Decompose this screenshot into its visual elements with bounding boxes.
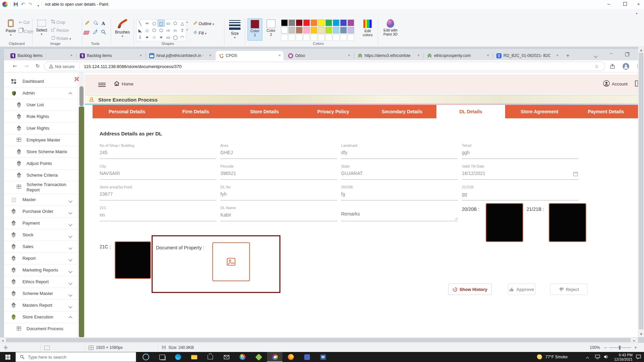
browser-tab-rd-b2c[interactable]: RD_B2C_01-082021- B2C A× bbox=[493, 51, 561, 60]
browser-tab-backlog-1[interactable]: Backlog items× bbox=[7, 51, 75, 60]
account-icon[interactable] bbox=[603, 80, 610, 87]
taskbar-node-icon[interactable] bbox=[251, 352, 266, 362]
size-button[interactable]: Size ▾ bbox=[227, 19, 242, 39]
profile-avatar[interactable] bbox=[623, 63, 629, 70]
field-value[interactable]: GHEJ bbox=[220, 150, 337, 155]
taskbar-cortana-icon[interactable] bbox=[138, 352, 154, 362]
palette-color[interactable] bbox=[347, 27, 354, 34]
field-value[interactable]: ggh bbox=[462, 150, 579, 155]
palette-color[interactable] bbox=[333, 19, 339, 26]
shape-up-arrow[interactable]: ⇧ bbox=[179, 27, 186, 34]
shape-pentagon[interactable]: ⬠ bbox=[151, 27, 158, 34]
sidebar-item-user-list[interactable]: User List bbox=[4, 99, 78, 111]
minimize-button[interactable]: − bbox=[601, 0, 616, 9]
eyedropper-tool-icon[interactable] bbox=[92, 29, 99, 36]
show-history-button[interactable]: Show History bbox=[448, 284, 492, 295]
tab-dl-details[interactable]: DL Details bbox=[436, 105, 505, 118]
shape-down-arrow[interactable]: ⇩ bbox=[137, 34, 144, 41]
browser-restore-icon[interactable] bbox=[625, 53, 629, 56]
taskbar-edge-icon[interactable] bbox=[170, 352, 186, 362]
tab-close-icon[interactable]: × bbox=[209, 53, 211, 57]
resize-button[interactable]: Resize bbox=[51, 27, 69, 33]
sidebar-item-payment[interactable]: Payment bbox=[4, 218, 78, 229]
reject-button[interactable]: Reject bbox=[550, 284, 588, 295]
magnifier-tool-icon[interactable] bbox=[100, 29, 107, 36]
taskbar-taskview-icon[interactable] bbox=[154, 352, 170, 362]
palette-color[interactable] bbox=[303, 19, 310, 26]
home-icon[interactable] bbox=[114, 80, 120, 86]
field-value[interactable]: 245 bbox=[100, 150, 216, 155]
browser-tab-ethicsprosperity[interactable]: ethicsprosperity.com× bbox=[424, 51, 492, 60]
palette-color[interactable] bbox=[311, 27, 317, 34]
share-icon[interactable] bbox=[610, 64, 615, 69]
taskbar-chrome-icon[interactable] bbox=[235, 352, 250, 362]
color2-button[interactable]: Color 2 bbox=[264, 18, 278, 41]
menu-hamburger-icon[interactable] bbox=[98, 82, 106, 88]
back-icon[interactable]: ← bbox=[13, 63, 17, 69]
palette-color[interactable] bbox=[288, 19, 295, 26]
shape-curve[interactable]: ≈ bbox=[144, 20, 151, 27]
scroll-down-icon[interactable]: ▼ bbox=[640, 333, 642, 336]
new-tab-icon[interactable]: + bbox=[566, 52, 570, 59]
sidebar-item-sales[interactable]: Sales bbox=[4, 241, 78, 253]
shape-hexagon[interactable]: ⬡ bbox=[158, 27, 165, 34]
color1-button[interactable]: Color 1 bbox=[248, 18, 262, 41]
palette-color[interactable] bbox=[296, 19, 303, 26]
tab-close-icon[interactable]: × bbox=[556, 53, 558, 57]
clock[interactable]: 6:43 PM 12/16/2021 bbox=[612, 353, 633, 361]
tab-firm-details[interactable]: Firm Details bbox=[161, 105, 230, 118]
shapes-scroll-down-icon[interactable]: ▾ bbox=[186, 28, 188, 32]
field-value[interactable]: 23677 bbox=[100, 191, 216, 197]
shape-oval-callout[interactable]: ◯ bbox=[172, 34, 179, 41]
paste-button[interactable]: Paste ▾ bbox=[4, 19, 17, 40]
crop-button[interactable]: Crop bbox=[51, 19, 65, 25]
url-input[interactable] bbox=[83, 64, 386, 69]
taskbar-paint-icon[interactable] bbox=[267, 352, 282, 362]
fill-button[interactable]: Fill ▾ bbox=[193, 30, 207, 36]
browser-tab-cpos[interactable]: CPOS× bbox=[216, 51, 283, 60]
tab-close-icon[interactable]: × bbox=[418, 53, 420, 57]
field-value[interactable]: 16/12/2021 bbox=[462, 171, 579, 176]
shape-cloud-callout[interactable]: ◠ bbox=[179, 34, 186, 41]
sidebar-item-master[interactable]: Master bbox=[4, 194, 78, 206]
field-value[interactable]: NAVSARI bbox=[100, 171, 216, 176]
field-value[interactable]: fg bbox=[341, 191, 458, 197]
reload-icon[interactable]: ↻ bbox=[36, 63, 40, 69]
sidebar-item-adjust-points[interactable]: Adjust Points bbox=[4, 158, 78, 170]
shape-polygon[interactable]: ⬠ bbox=[172, 20, 179, 27]
browser-tab-odoo[interactable]: Odoo× bbox=[285, 51, 353, 60]
palette-color[interactable] bbox=[318, 19, 325, 26]
palette-color[interactable] bbox=[347, 19, 354, 26]
scrollbar-thumb[interactable] bbox=[639, 53, 643, 329]
sidebar-scrollbar-track-green[interactable] bbox=[79, 107, 84, 337]
sidebar-item-scheme-master[interactable]: Scheme Master bbox=[4, 288, 78, 300]
field-value[interactable]: 396521 bbox=[220, 171, 337, 176]
taskbar-firefox-icon[interactable] bbox=[283, 352, 299, 362]
browser-tab-mail[interactable]: hinal.p@ethicsinfotech.in -× bbox=[146, 51, 214, 60]
weather-label[interactable]: 77°F Smoke bbox=[545, 355, 568, 359]
palette-color[interactable] bbox=[281, 27, 288, 34]
tab-close-icon[interactable]: × bbox=[70, 53, 72, 57]
weather-icon[interactable] bbox=[537, 354, 542, 360]
sidebar-item-admin[interactable]: Admin bbox=[4, 87, 78, 99]
taskbar-teams-icon[interactable] bbox=[299, 352, 315, 362]
shape-four-point-star[interactable]: ✦ bbox=[144, 34, 151, 41]
palette-color[interactable] bbox=[325, 19, 332, 26]
field-value[interactable]: dfy bbox=[341, 150, 458, 155]
shape-rounded-callout[interactable]: ▭ bbox=[165, 34, 172, 41]
start-button[interactable] bbox=[0, 352, 15, 362]
tab-store-agreement[interactable]: Store Agreement bbox=[505, 105, 574, 118]
select-button[interactable]: Select ▾ bbox=[34, 19, 49, 40]
attachment-image-2020b[interactable] bbox=[486, 203, 523, 242]
palette-color[interactable] bbox=[340, 27, 347, 34]
field-value[interactable]: Kabir bbox=[220, 212, 337, 218]
sidebar-item-dashboard[interactable]: Dashboard bbox=[4, 76, 78, 87]
scroll-left-icon[interactable]: ◄ bbox=[1, 339, 4, 342]
text-tool-icon[interactable]: A bbox=[100, 20, 107, 27]
notification-icon[interactable] bbox=[636, 355, 641, 359]
tab-personal-details[interactable]: Personal Details bbox=[93, 105, 161, 118]
scroll-up-icon[interactable]: ▲ bbox=[638, 48, 644, 52]
taskbar-file-explorer-icon[interactable] bbox=[186, 352, 202, 362]
shape-diamond[interactable]: ◇ bbox=[144, 27, 151, 34]
sidebar-item-stock[interactable]: Stock bbox=[4, 229, 78, 241]
